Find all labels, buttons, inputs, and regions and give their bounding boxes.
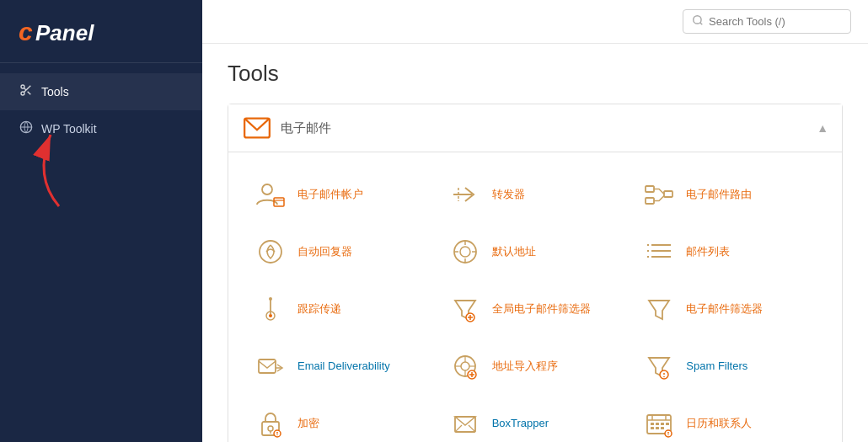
email-deliverability-label: Email Deliverability — [297, 359, 390, 374]
email-section-body: 电子邮件帐户 转发器 — [228, 152, 842, 442]
global-filters-icon — [448, 292, 482, 326]
tool-track-delivery[interactable]: 跟踪传递 — [244, 280, 438, 338]
tool-email-filters[interactable]: 电子邮件筛选器 — [632, 280, 827, 338]
boxtrapper-label: BoxTrapper — [492, 417, 549, 431]
section-chevron: ▲ — [817, 121, 828, 135]
email-filters-icon — [642, 292, 676, 326]
email-section-icon — [244, 114, 271, 141]
mailing-lists-icon — [642, 235, 676, 269]
svg-line-6 — [24, 88, 26, 90]
sidebar: c Panel Tools — [0, 0, 202, 442]
section-header-email[interactable]: 电子邮件 ▲ — [228, 104, 842, 152]
svg-line-5 — [28, 92, 31, 95]
svg-point-34 — [269, 314, 272, 317]
svg-line-64 — [455, 425, 462, 432]
sidebar-nav: Tools WP Toolkit — [0, 63, 202, 157]
email-accounts-label: 电子邮件帐户 — [297, 188, 363, 202]
tool-email-accounts[interactable]: 电子邮件帐户 — [244, 166, 438, 223]
forwarders-icon — [448, 178, 482, 211]
svg-rect-71 — [656, 423, 659, 425]
track-delivery-label: 跟踪传递 — [297, 302, 341, 317]
svg-rect-18 — [646, 198, 654, 204]
svg-line-10 — [700, 23, 703, 25]
tool-autoresponders[interactable]: 自动回复器 — [244, 223, 438, 280]
sidebar-item-tools[interactable]: Tools — [0, 73, 202, 110]
svg-text:c: c — [19, 18, 33, 45]
email-routing-icon — [642, 178, 676, 211]
email-section-title: 电子邮件 — [281, 120, 331, 136]
svg-rect-75 — [656, 427, 659, 429]
spam-filters-label: Spam Filters — [686, 359, 747, 374]
tool-email-deliverability[interactable]: Email Deliverability — [244, 338, 438, 395]
spam-filters-icon — [642, 349, 676, 383]
email-routing-label: 电子邮件路由 — [686, 188, 752, 202]
email-section: 电子邮件 ▲ 电子 — [228, 104, 843, 442]
tool-encryption[interactable]: 加密 — [244, 395, 438, 442]
svg-point-44 — [461, 362, 469, 370]
logo-area: c Panel — [0, 0, 202, 63]
tool-global-filters[interactable]: 全局电子邮件筛选器 — [438, 280, 633, 338]
tool-default-address[interactable]: 默认地址 — [438, 223, 633, 280]
tools-icon — [19, 83, 33, 100]
page-title: Tools — [228, 61, 843, 87]
svg-point-2 — [21, 85, 24, 88]
track-delivery-icon — [254, 292, 287, 326]
default-address-label: 默认地址 — [492, 245, 536, 259]
email-filters-label: 电子邮件筛选器 — [686, 302, 763, 317]
svg-point-20 — [260, 241, 281, 263]
email-deliverability-icon — [254, 349, 287, 383]
svg-point-61 — [276, 434, 277, 435]
sidebar-tools-label: Tools — [41, 85, 69, 99]
svg-rect-70 — [651, 423, 654, 425]
svg-rect-72 — [661, 423, 664, 425]
address-importer-icon — [448, 349, 482, 383]
calendar-contacts-label: 日历和联系人 — [686, 417, 752, 431]
page-body: Tools 电子邮件 ▲ — [202, 44, 868, 442]
svg-point-57 — [268, 426, 273, 431]
main-content: Tools 电子邮件 ▲ — [202, 0, 868, 442]
email-accounts-icon — [254, 178, 287, 211]
svg-rect-73 — [666, 423, 669, 425]
svg-point-12 — [262, 184, 272, 194]
search-box[interactable] — [683, 9, 851, 34]
forwarders-label: 转发器 — [492, 188, 525, 202]
svg-rect-19 — [664, 191, 672, 197]
svg-point-9 — [694, 16, 701, 24]
svg-point-79 — [668, 434, 669, 435]
svg-point-3 — [21, 92, 24, 95]
search-input[interactable] — [709, 15, 842, 28]
tool-calendar-contacts[interactable]: 日历和联系人 — [632, 395, 827, 442]
tool-email-routing[interactable]: 电子邮件路由 — [632, 166, 827, 223]
tool-mailing-lists[interactable]: 邮件列表 — [632, 223, 827, 280]
encryption-label: 加密 — [297, 417, 319, 431]
autoresponders-icon — [254, 235, 287, 269]
cpanel-logo-svg: c Panel — [17, 15, 110, 45]
encryption-icon — [254, 407, 287, 440]
svg-line-65 — [469, 425, 475, 432]
svg-point-35 — [269, 297, 272, 301]
tool-boxtrapper[interactable]: BoxTrapper — [438, 395, 633, 442]
svg-marker-40 — [649, 301, 669, 319]
svg-point-55 — [664, 376, 666, 378]
svg-marker-63 — [455, 417, 475, 425]
svg-text:Panel: Panel — [35, 20, 94, 45]
svg-rect-17 — [646, 186, 654, 192]
boxtrapper-icon — [448, 407, 482, 440]
tool-spam-filters[interactable]: Spam Filters — [632, 338, 827, 395]
svg-rect-41 — [259, 359, 276, 373]
autoresponders-label: 自动回复器 — [297, 245, 352, 259]
global-filters-label: 全局电子邮件筛选器 — [492, 302, 591, 317]
sidebar-wptoolkit-label: WP Toolkit — [41, 122, 97, 136]
tool-forwarders[interactable]: 转发器 — [438, 166, 633, 223]
mailing-lists-label: 邮件列表 — [686, 245, 730, 259]
email-tool-grid: 电子邮件帐户 转发器 — [244, 166, 827, 442]
search-icon — [692, 14, 704, 29]
sidebar-item-wp-toolkit[interactable]: WP Toolkit — [0, 110, 202, 147]
calendar-contacts-icon — [642, 407, 676, 440]
svg-rect-74 — [651, 427, 654, 429]
tool-address-importer[interactable]: 地址导入程序 — [438, 338, 633, 395]
top-bar — [202, 0, 868, 44]
default-address-icon — [448, 235, 482, 269]
svg-point-22 — [460, 247, 470, 257]
address-importer-label: 地址导入程序 — [492, 359, 558, 374]
